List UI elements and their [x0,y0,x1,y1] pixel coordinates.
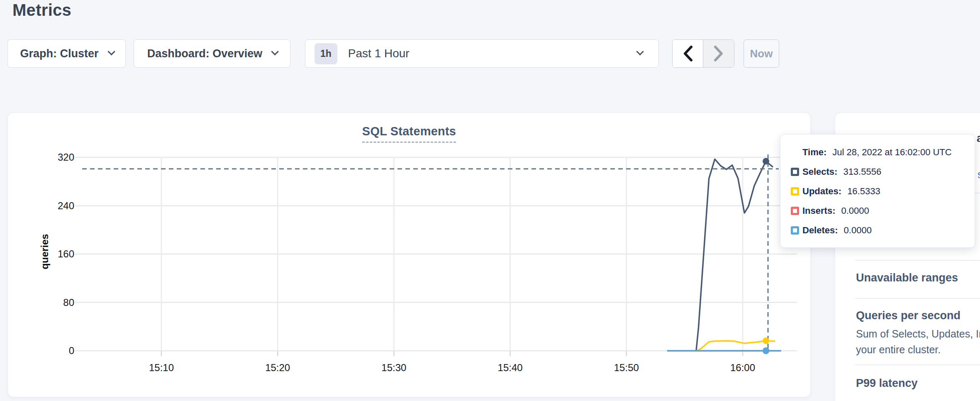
dashboard-dropdown-label: Dashboard: Overview [147,47,263,60]
time-range-selector[interactable]: 1h Past 1 Hour [305,39,659,68]
tooltip-series-value: 16.5333 [847,186,880,197]
sidebar-item-queries-per-second: Queries per second [856,309,960,322]
y-tick-label: 0 [33,345,74,357]
x-tick-label: 15:10 [132,362,190,374]
divider [855,364,980,365]
x-tick-label: 15:50 [597,362,656,374]
previous-time-button[interactable] [673,40,703,67]
tooltip-series-row: Inserts:0.0000 [791,205,975,216]
x-tick-label: 15:30 [365,362,423,374]
now-button-label: Now [750,47,773,60]
graph-dropdown[interactable]: Graph: Cluster [7,39,126,68]
chevron-left-icon [683,45,693,62]
sql-statements-chart[interactable] [8,113,811,398]
next-time-button[interactable] [703,40,734,67]
tooltip-time-row: Time: Jul 28, 2022 at 16:02:00 UTC [791,147,975,158]
tooltip-series-label: Deletes: [802,225,838,236]
x-tick-label: 15:40 [481,362,539,374]
tooltip-series-value: 0.0000 [841,205,869,216]
queries-per-second-description-line1: Sum of Selects, Updates, Inserts and Del… [856,328,980,340]
tooltip-time-value: Jul 28, 2022 at 16:02:00 UTC [832,147,951,158]
tooltip-series-label: Selects: [802,166,837,177]
chevron-down-icon [107,48,115,55]
hover-point-deletes [763,347,769,354]
divider [855,298,980,299]
time-step-button-group [672,39,734,68]
tooltip-time-label: Time: [802,147,826,158]
sql-statements-chart-card: SQL Statements queries 32024016080015:10… [7,112,811,397]
chevron-down-icon [636,48,644,55]
y-tick-label: 80 [33,297,74,308]
graph-dropdown-label: Graph: Cluster [20,47,98,60]
tooltip-series-row: Updates:16.5333 [791,186,975,197]
x-tick-label: 16:00 [714,362,772,374]
tooltip-series-value: 313.5556 [843,166,881,177]
time-range-badge: 1h [314,43,337,64]
page-title: Metrics [12,1,71,20]
y-tick-label: 240 [33,200,74,212]
tooltip-series-label: Inserts: [802,205,835,216]
queries-per-second-description-line2: your entire cluster. [856,344,941,356]
series-swatch-icon [791,226,799,235]
series-swatch-icon [791,207,799,215]
y-tick-label: 320 [33,152,74,163]
tooltip-series-row: Selects:313.5556 [791,166,975,177]
truncated-link-fragment[interactable]: s [978,169,980,181]
hover-point-updates [763,337,769,344]
hover-point-selects [763,158,769,164]
series-swatch-icon [791,168,799,176]
time-range-label: Past 1 Hour [348,47,636,60]
chart-hover-tooltip: Time: Jul 28, 2022 at 16:02:00 UTC Selec… [780,134,975,248]
divider [855,260,980,261]
x-tick-label: 15:20 [249,362,307,374]
truncated-heading-fragment: a [977,132,980,145]
tooltip-series-value: 0.0000 [844,225,872,236]
sidebar-item-unavailable-ranges: Unavailable ranges [856,271,958,284]
chevron-right-icon [713,45,724,62]
y-tick-label: 160 [33,248,74,260]
series-swatch-icon [791,187,799,196]
chevron-down-icon [271,48,279,55]
tooltip-series-row: Deletes:0.0000 [791,225,975,236]
sidebar-item-p99-latency: P99 latency [856,377,918,390]
now-button[interactable]: Now [744,39,779,68]
tooltip-series-label: Updates: [802,186,841,197]
metrics-page: { "page": { "title": "Metrics" }, "toolb… [0,0,980,401]
dashboard-dropdown[interactable]: Dashboard: Overview [134,39,290,68]
series-line-selects [696,159,773,351]
